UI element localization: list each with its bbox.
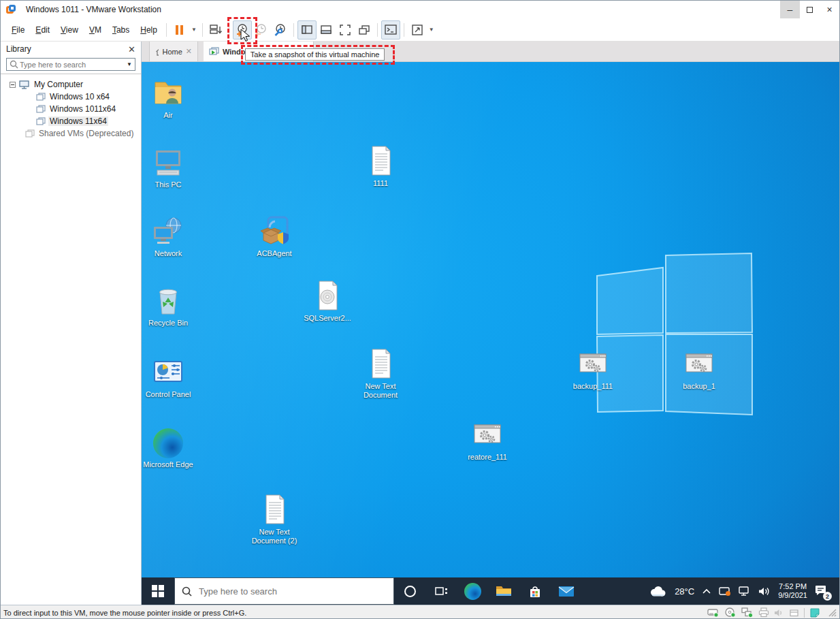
printer-status-icon[interactable] [758, 607, 769, 618]
menu-vm[interactable]: VM [84, 22, 107, 37]
windows-logo-icon [152, 585, 164, 597]
menu-file[interactable]: File [6, 22, 30, 37]
desktop-icon-network[interactable]: Network [142, 215, 197, 258]
tree-item-my-computer[interactable]: My Computer [1, 78, 141, 91]
desktop-icon-control-panel[interactable]: Control Panel [142, 355, 197, 399]
desktop-icon-backup-111[interactable]: backup_111 [564, 347, 621, 391]
tray-tablet-icon[interactable] [719, 586, 731, 597]
desktop-icon-new-text-document[interactable]: New Text Document [352, 347, 409, 400]
menu-edit[interactable]: Edit [30, 22, 55, 37]
library-panel-icon [301, 24, 313, 36]
temperature[interactable]: 28°C [675, 586, 694, 597]
action-center-button[interactable]: 2 [815, 584, 827, 598]
library-panel: Library ✕ ▼ My C [1, 42, 142, 605]
desktop-icon-new-text-document-2[interactable]: New Text Document (2) [246, 493, 303, 545]
taskbar-store-button[interactable] [519, 577, 551, 605]
start-button[interactable] [142, 577, 174, 605]
tree-item-windows-11x64[interactable]: Windows 11x64 [1, 115, 141, 127]
package-shield-icon [258, 215, 291, 247]
vmware-workstation-window: Windows 1011 - VMware Workstation – × Fi… [0, 0, 840, 619]
tree-item-windows-1011x64[interactable]: Windows 1011x64 [1, 103, 141, 115]
resize-grip[interactable] [828, 608, 837, 617]
desktop-icon-acbagent[interactable]: ACBAgent [246, 215, 303, 258]
vmware-logo-icon [6, 5, 16, 15]
batch-file-icon [471, 418, 504, 451]
search-icon [10, 60, 18, 69]
mouse-cursor [240, 29, 251, 42]
taskbar-edge-button[interactable] [457, 577, 488, 605]
mail-icon [558, 586, 575, 597]
network-globe-icon [152, 215, 184, 247]
tab-home[interactable]: Home ✕ [149, 42, 198, 61]
console-view-button[interactable] [381, 20, 400, 39]
send-ctrl-alt-del-button[interactable] [206, 20, 225, 39]
toolbar-separator [377, 23, 378, 37]
message-log-icon[interactable] [809, 607, 820, 618]
desktop-icon-backup-1[interactable]: backup_1 [671, 347, 728, 391]
free-stretch-button[interactable] [408, 20, 427, 39]
minimize-button[interactable]: – [780, 1, 800, 18]
volume-icon[interactable] [758, 586, 771, 597]
revert-snapshot-button[interactable] [252, 20, 271, 39]
microsoft-store-icon [528, 584, 543, 599]
library-close-icon[interactable]: ✕ [128, 44, 135, 54]
window-title: Windows 1011 - VMware Workstation [26, 5, 161, 14]
sound-status-icon[interactable] [774, 608, 784, 618]
stretch-dropdown-caret[interactable]: ▼ [427, 27, 436, 33]
taskbar-mail-button[interactable] [551, 577, 582, 605]
menu-view[interactable]: View [55, 22, 84, 37]
taskbar-search-input[interactable] [197, 586, 387, 597]
taskbar-search[interactable] [174, 577, 394, 605]
weather-icon[interactable] [648, 585, 667, 597]
unity-mode-button[interactable] [355, 20, 374, 39]
wallpaper-windows-logo [591, 249, 761, 423]
vm-desktop[interactable]: Air This PC [142, 62, 839, 605]
library-search-input[interactable] [18, 60, 127, 69]
cortana-button[interactable] [394, 577, 425, 605]
taskbar-explorer-button[interactable] [488, 577, 519, 605]
desktop-icon-air[interactable]: Air [142, 76, 197, 120]
desktop-icon-reatore-111[interactable]: reatore_111 [459, 418, 516, 462]
maximize-button[interactable] [800, 1, 820, 18]
desktop-icon-1111[interactable]: 1111 [352, 144, 409, 188]
network-tray-icon[interactable] [739, 586, 751, 596]
task-view-button[interactable] [425, 577, 457, 605]
toolbar-separator [202, 23, 203, 37]
network-status-icon[interactable] [741, 607, 754, 618]
revert-clock-icon [255, 23, 268, 37]
taskbar-clock[interactable]: 7:52 PM 9/9/2021 [778, 582, 807, 600]
show-thumbnail-bar-button[interactable] [317, 20, 336, 39]
snapshot-tooltip: Take a snapshot of this virtual machine [245, 48, 385, 61]
manage-snapshots-button[interactable] [271, 20, 290, 39]
tree-item-shared-vms[interactable]: Shared VMs (Deprecated) [1, 127, 141, 140]
desktop-icon-sqlserver[interactable]: SQLServer2... [299, 279, 356, 323]
batch-file-icon [577, 347, 609, 380]
hdd-status-icon[interactable] [707, 607, 720, 618]
cortana-icon [404, 586, 416, 597]
power-dropdown-caret[interactable]: ▼ [189, 27, 199, 33]
time: 7:52 PM [778, 582, 807, 591]
notification-badge: 2 [823, 592, 832, 601]
home-icon [155, 48, 159, 56]
menu-tabs[interactable]: Tabs [107, 22, 135, 37]
fullscreen-button[interactable] [336, 20, 355, 39]
desktop-icon-microsoft-edge[interactable]: Microsoft Edge [142, 426, 197, 469]
close-button[interactable]: × [820, 1, 839, 18]
library-search[interactable]: ▼ [6, 58, 135, 71]
tray-chevron-icon[interactable] [702, 588, 711, 594]
fullscreen-icon [339, 24, 351, 36]
search-dropdown-caret[interactable]: ▼ [127, 61, 132, 67]
collapse-icon[interactable] [10, 82, 16, 88]
desktop-icon-recycle-bin[interactable]: Recycle Bin [142, 284, 197, 328]
power-pause-button[interactable] [170, 20, 189, 39]
cd-status-icon[interactable] [724, 607, 737, 618]
usb-status-icon[interactable] [789, 608, 799, 618]
show-library-button[interactable] [297, 20, 317, 39]
tree-item-windows-10-x64[interactable]: Windows 10 x64 [1, 91, 141, 103]
tab-close-icon[interactable]: ✕ [186, 47, 192, 56]
toolbar-separator [166, 23, 167, 37]
desktop-icon-this-pc[interactable]: This PC [142, 146, 197, 189]
vm-running-icon [209, 47, 219, 56]
stretch-icon [411, 24, 423, 36]
menu-help[interactable]: Help [135, 22, 163, 37]
